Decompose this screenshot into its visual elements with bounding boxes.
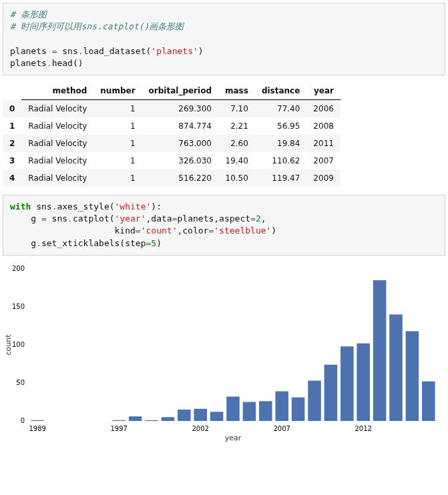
svg-text:2007: 2007 — [273, 425, 290, 432]
svg-text:150: 150 — [12, 303, 25, 310]
code-text: planets — [10, 46, 52, 56]
dataframe-table: method number orbital_period mass distan… — [3, 82, 341, 187]
code-op: . — [47, 58, 52, 68]
col-header: distance — [255, 82, 306, 100]
table-cell: 110.62 — [255, 152, 306, 169]
chart-bar — [341, 346, 354, 421]
table-cell: Radial Velocity — [21, 152, 93, 169]
svg-text:year: year — [225, 434, 242, 442]
table-cell: Radial Velocity — [21, 169, 93, 187]
svg-text:2012: 2012 — [355, 425, 371, 432]
table-cell: 2006 — [306, 99, 341, 117]
table-cell: 7.10 — [218, 99, 255, 117]
code-text: ): — [151, 201, 162, 211]
code-text: ,color — [177, 225, 208, 235]
code-comment: # 时间序列可以用sns.catplot()画条形图 — [10, 21, 184, 31]
code-text: sns — [31, 201, 51, 211]
table-cell: 19.40 — [218, 152, 255, 169]
table-cell: 2009 — [306, 169, 341, 187]
code-cell-1: # 条形图 # 时间序列可以用sns.catplot()画条形图 planets… — [3, 3, 445, 75]
code-op: = — [172, 213, 178, 223]
chart-bar — [406, 331, 419, 421]
chart-bar — [259, 401, 272, 421]
table-cell: 2008 — [306, 117, 341, 135]
table-cell: 1 — [93, 99, 142, 117]
table-cell: 119.47 — [255, 169, 306, 187]
code-string: 'white' — [115, 201, 152, 211]
code-text: head() — [52, 58, 83, 68]
svg-text:count: count — [4, 334, 13, 355]
table-cell: 2.60 — [218, 135, 255, 152]
svg-text:0: 0 — [21, 417, 25, 424]
table-row: 1Radial Velocity1874.7742.2156.952008 — [3, 117, 341, 135]
chart-bar — [308, 380, 321, 420]
code-text: ,data — [146, 213, 172, 223]
chart-bar — [210, 412, 224, 421]
svg-text:1997: 1997 — [110, 425, 127, 432]
chart-bar — [357, 343, 370, 420]
table-cell: 2 — [3, 135, 21, 152]
code-cell-2: with sns.axes_style('white'): g = sns.ca… — [3, 195, 445, 256]
chart-bar — [129, 416, 142, 421]
code-text: planets,aspect — [178, 213, 251, 223]
chart-bar — [275, 391, 288, 420]
chart-bar — [292, 397, 305, 420]
code-text: catplot( — [73, 213, 115, 223]
table-cell: 516.220 — [142, 169, 218, 187]
table-cell: 0 — [3, 99, 21, 117]
table-cell: 1 — [93, 152, 142, 169]
table-row: 3Radial Velocity1326.03019.40110.622007 — [3, 152, 341, 169]
table-cell: Radial Velocity — [21, 117, 93, 135]
code-text: planets — [10, 58, 47, 68]
chart-bar — [226, 396, 240, 420]
code-text: ) — [271, 225, 276, 235]
table-cell: 4 — [3, 169, 21, 187]
svg-text:200: 200 — [12, 265, 25, 272]
chart-bar — [373, 280, 387, 421]
code-string: 'steelblue' — [214, 225, 271, 235]
table-cell: 874.774 — [142, 117, 218, 135]
code-text: ) — [156, 238, 162, 248]
col-header: method — [21, 82, 93, 100]
code-op: = — [136, 225, 141, 235]
table-header-row: method number orbital_period mass distan… — [3, 82, 341, 100]
table-cell: 19.84 — [255, 135, 306, 152]
chart-bar — [422, 381, 435, 420]
svg-text:1989: 1989 — [29, 425, 45, 432]
code-op: . — [67, 213, 73, 223]
code-keyword: with — [10, 201, 31, 211]
table-row: 4Radial Velocity1516.22010.50119.472009 — [3, 169, 341, 187]
code-text: g — [10, 213, 41, 223]
code-text: sns — [47, 213, 67, 223]
code-string: 'year' — [115, 213, 146, 223]
chart-bar — [162, 417, 175, 421]
col-header: year — [306, 82, 341, 100]
table-row: 2Radial Velocity1763.0002.6019.842011 — [3, 135, 341, 152]
chart-bar — [389, 314, 403, 421]
table-cell: 1 — [3, 117, 21, 135]
col-header: orbital_period — [142, 82, 218, 100]
code-op: = — [41, 213, 47, 223]
svg-text:100: 100 — [12, 341, 25, 348]
chart-bar — [194, 408, 207, 420]
table-cell: 56.95 — [255, 117, 306, 135]
chart-bar — [31, 420, 44, 421]
table-cell: 763.000 — [142, 135, 218, 152]
code-text: axes_style( — [57, 201, 114, 211]
col-header: number — [93, 82, 142, 100]
table-cell: Radial Velocity — [21, 99, 93, 117]
countplot-chart: 050100150200count19891997200220072012yea… — [3, 262, 445, 442]
code-text: sns — [57, 46, 77, 56]
code-text: , — [261, 213, 266, 223]
code-string: 'planets' — [151, 46, 198, 56]
col-header: mass — [218, 82, 255, 100]
table-cell: 1 — [93, 135, 142, 152]
code-text: kind — [10, 225, 136, 235]
chart-svg: 050100150200count19891997200220072012yea… — [3, 262, 443, 442]
table-cell: 1 — [93, 117, 142, 135]
code-number: 5 — [151, 238, 156, 248]
code-text: set_xticklabels(step — [41, 238, 146, 248]
chart-bar — [145, 420, 158, 421]
code-op: = — [250, 213, 256, 223]
table-cell: 269.300 — [142, 99, 218, 117]
